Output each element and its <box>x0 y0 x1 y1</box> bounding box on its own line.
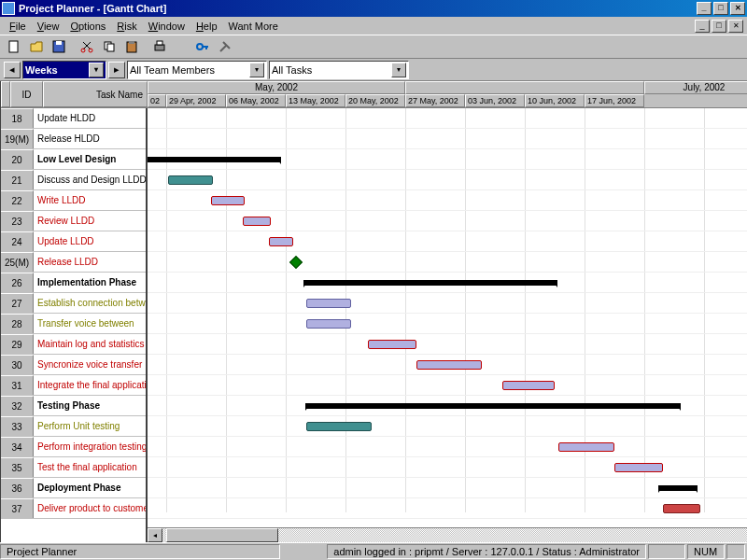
svg-rect-0 <box>9 41 18 52</box>
task-row[interactable]: 27Establish connection between <box>1 293 146 314</box>
gantt-row[interactable] <box>148 457 747 478</box>
task-id-cell: 19(M) <box>1 129 34 148</box>
summary-bar[interactable] <box>306 403 680 409</box>
cut-button[interactable] <box>77 36 97 57</box>
gantt-hscrollbar[interactable]: ◂ ▸ <box>148 527 747 542</box>
task-row[interactable]: 33Perform Unit testing <box>1 416 146 437</box>
gantt-row[interactable] <box>148 416 747 437</box>
maximize-button[interactable] <box>713 2 728 15</box>
task-row[interactable]: 32Testing Phase <box>1 396 146 416</box>
gantt-row[interactable] <box>148 437 747 457</box>
gantt-row[interactable] <box>148 129 747 149</box>
copy-button[interactable] <box>99 36 120 57</box>
task-bar[interactable] <box>306 422 372 431</box>
menu-window[interactable]: Window <box>143 19 190 34</box>
task-name-cell: Perform Unit testing <box>34 416 146 436</box>
toolbar <box>0 35 747 59</box>
gantt-row[interactable] <box>148 293 747 314</box>
minimize-button[interactable] <box>697 2 712 15</box>
gantt-row[interactable] <box>148 190 747 211</box>
paste-button[interactable] <box>121 36 142 57</box>
task-row[interactable]: 26Implementation Phase <box>1 273 146 293</box>
task-row[interactable]: 21Discuss and Design LLDD <box>1 170 146 190</box>
task-bar[interactable] <box>558 442 614 452</box>
task-bar[interactable] <box>614 463 663 472</box>
task-bar[interactable] <box>211 196 245 205</box>
task-bar[interactable] <box>502 381 555 390</box>
task-row[interactable]: 23Review LLDD <box>1 211 146 231</box>
gantt-row[interactable] <box>148 478 747 498</box>
menu-view[interactable]: View <box>32 19 65 34</box>
members-combo[interactable]: All Team Members <box>127 61 267 79</box>
close-button[interactable] <box>730 2 745 15</box>
gantt-row[interactable] <box>148 498 747 519</box>
task-bar[interactable] <box>306 319 351 329</box>
save-button[interactable] <box>49 36 69 57</box>
task-row[interactable]: 37Deliver product to customer <box>1 498 146 519</box>
key-button[interactable] <box>192 36 213 57</box>
gantt-row[interactable] <box>148 355 747 375</box>
menu-wantmore[interactable]: Want More <box>223 19 284 34</box>
task-bar[interactable] <box>269 237 293 246</box>
gantt-row[interactable] <box>148 252 747 273</box>
task-row[interactable]: 20Low Level Design <box>1 149 146 170</box>
task-bar[interactable] <box>168 175 213 185</box>
tasks-combo[interactable]: All Tasks <box>269 61 409 79</box>
summary-bar[interactable] <box>148 157 280 162</box>
new-button[interactable] <box>4 36 24 57</box>
prev-timescale-button[interactable]: ◂ <box>4 62 21 78</box>
menu-risk[interactable]: Risk <box>111 19 142 34</box>
summary-bar[interactable] <box>304 280 557 286</box>
task-row[interactable]: 29Maintain log and statistics <box>1 334 146 355</box>
print-button[interactable] <box>149 36 170 57</box>
next-timescale-button[interactable]: ▸ <box>108 62 125 78</box>
gantt-row[interactable] <box>148 108 747 129</box>
mdi-maximize-button[interactable] <box>712 20 726 33</box>
task-row[interactable]: 35Test the final application <box>1 457 146 478</box>
scroll-left-button[interactable]: ◂ <box>148 528 162 542</box>
gantt-row[interactable] <box>148 334 747 355</box>
task-bar[interactable] <box>416 360 482 370</box>
gantt-area[interactable]: ◂ ▸ <box>148 108 747 542</box>
task-row[interactable]: 36Deployment Phase <box>1 478 146 498</box>
task-id-cell: 20 <box>1 149 34 169</box>
menu-help[interactable]: Help <box>190 19 223 34</box>
task-name-cell: Update HLDD <box>34 108 146 128</box>
menu-file[interactable]: File <box>4 19 32 34</box>
task-row[interactable]: 18Update HLDD <box>1 108 146 129</box>
gantt-row[interactable] <box>148 314 747 334</box>
gantt-row[interactable] <box>148 375 747 396</box>
task-row[interactable]: 24Update LLDD <box>1 231 146 252</box>
timescale-combo[interactable]: Weeks <box>22 61 106 79</box>
gantt-row[interactable] <box>148 396 747 416</box>
col-id-header[interactable]: ID <box>10 81 43 107</box>
week-header: 13 May, 2002 <box>286 94 345 107</box>
task-bar[interactable] <box>663 504 700 513</box>
mdi-close-button[interactable] <box>728 20 743 33</box>
task-row[interactable]: 25(M)Release LLDD <box>1 252 146 273</box>
menu-options[interactable]: Options <box>64 19 111 34</box>
gantt-row[interactable] <box>148 149 747 170</box>
task-bar[interactable] <box>243 217 271 226</box>
gantt-row[interactable] <box>148 170 747 190</box>
mdi-minimize-button[interactable] <box>695 20 710 33</box>
gantt-row[interactable] <box>148 211 747 231</box>
open-button[interactable] <box>26 36 47 57</box>
task-row[interactable]: 34Perform integration testing <box>1 437 146 457</box>
gantt-row[interactable] <box>148 231 747 252</box>
task-row[interactable]: 28Transfer voice between <box>1 314 146 334</box>
task-bar[interactable] <box>306 299 351 308</box>
task-bar[interactable] <box>368 340 416 349</box>
scroll-thumb[interactable] <box>166 528 278 542</box>
col-name-header[interactable]: Task Name <box>43 81 148 107</box>
gantt-row[interactable] <box>148 273 747 293</box>
summary-bar[interactable] <box>659 485 697 491</box>
task-name-cell: Write LLDD <box>34 190 146 210</box>
task-row[interactable]: 19(M)Release HLDD <box>1 129 146 149</box>
tools-button[interactable] <box>215 36 235 57</box>
task-row[interactable]: 22Write LLDD <box>1 190 146 211</box>
task-row[interactable]: 30Syncronize voice transfer <box>1 355 146 375</box>
members-label: All Team Members <box>130 64 215 76</box>
milestone-marker[interactable] <box>289 256 303 269</box>
task-row[interactable]: 31Integrate the final application <box>1 375 146 396</box>
